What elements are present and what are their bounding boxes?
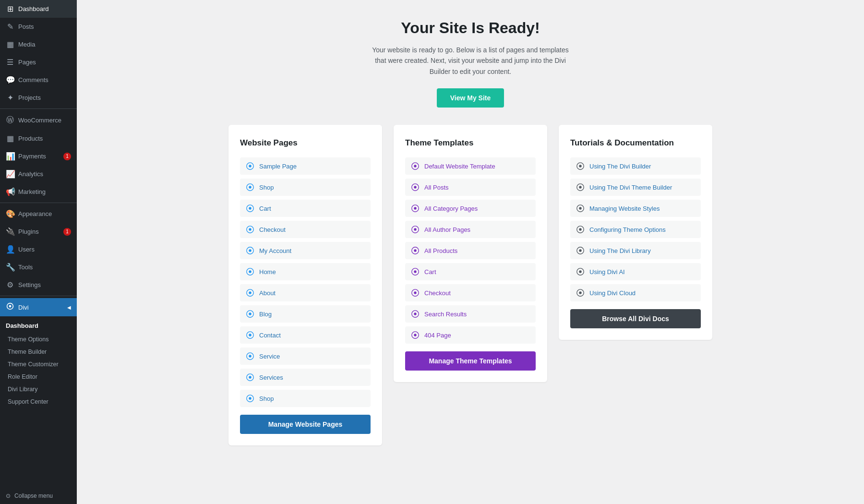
svg-point-57 <box>579 291 581 294</box>
divi-submenu-theme-options[interactable]: Theme Options <box>0 333 77 346</box>
sidebar-item-divi[interactable]: Divi ◀ <box>0 298 77 316</box>
tutorial-link-website-styles[interactable]: Managing Website Styles <box>570 200 701 217</box>
page-link-icon-about <box>246 288 254 297</box>
divi-submenu-divi-library[interactable]: Divi Library <box>0 383 77 396</box>
svg-point-39 <box>414 291 416 294</box>
sidebar-item-users[interactable]: 👤 Users <box>0 240 77 258</box>
template-link-404[interactable]: 404 Page <box>405 326 536 344</box>
svg-point-27 <box>414 165 416 167</box>
cards-row: Website Pages Sample Page Shop <box>91 125 850 445</box>
template-link-icon-products <box>411 246 420 255</box>
tutorial-icon-divi-library <box>576 246 585 255</box>
sidebar-divider-3 <box>0 296 77 296</box>
svg-point-53 <box>579 249 581 252</box>
collapse-label: Collapse menu <box>14 492 53 499</box>
users-icon: 👤 <box>6 245 14 254</box>
page-link-my-account[interactable]: My Account <box>240 242 371 259</box>
sidebar-item-analytics[interactable]: 📈 Analytics <box>0 165 77 183</box>
sidebar-label-payments: Payments <box>18 153 46 160</box>
sidebar-label-users: Users <box>18 246 35 253</box>
template-link-icon-404 <box>411 331 420 339</box>
page-link-about[interactable]: About <box>240 284 371 301</box>
tutorial-icon-website-styles <box>576 204 585 213</box>
sidebar-item-plugins[interactable]: 🔌 Plugins 1 <box>0 223 77 240</box>
sidebar-item-woocommerce[interactable]: Ⓦ WooCommerce <box>0 111 77 130</box>
sidebar-item-media[interactable]: ▦ Media <box>0 36 77 53</box>
collapse-menu-button[interactable]: ⊙ Collapse menu <box>0 488 77 504</box>
collapse-icon: ⊙ <box>6 492 11 499</box>
tutorial-icon-divi-builder <box>576 162 585 170</box>
tutorial-link-divi-ai[interactable]: Using Divi AI <box>570 263 701 280</box>
website-pages-title: Website Pages <box>240 138 371 148</box>
sidebar-item-dashboard[interactable]: ⊞ Dashboard <box>0 0 77 18</box>
page-link-shop2[interactable]: Shop <box>240 390 371 407</box>
tutorials-card: Tutorials & Documentation Using The Divi… <box>559 125 712 340</box>
main-content: Your Site Is Ready! Your website is read… <box>77 0 864 504</box>
sidebar-item-products[interactable]: ▦ Products <box>0 130 77 147</box>
hero-description: Your website is ready to go. Below is a … <box>370 45 571 77</box>
projects-icon: ✦ <box>6 93 14 102</box>
products-icon: ▦ <box>6 134 14 143</box>
tutorial-icon-theme-options <box>576 225 585 234</box>
payments-badge: 1 <box>63 153 71 160</box>
manage-theme-templates-button[interactable]: Manage Theme Templates <box>405 351 536 371</box>
sidebar-item-projects[interactable]: ✦ Projects <box>0 89 77 107</box>
divi-arrow: ◀ <box>67 305 71 310</box>
browse-all-docs-button[interactable]: Browse All Divi Docs <box>570 309 701 328</box>
template-link-all-author[interactable]: All Author Pages <box>405 221 536 238</box>
tutorial-link-divi-library[interactable]: Using The Divi Library <box>570 242 701 259</box>
tutorial-link-divi-cloud[interactable]: Using Divi Cloud <box>570 284 701 301</box>
sidebar-item-appearance[interactable]: 🎨 Appearance <box>0 205 77 223</box>
page-link-checkout[interactable]: Checkout <box>240 221 371 238</box>
svg-point-51 <box>579 228 581 230</box>
tutorial-link-divi-builder[interactable]: Using The Divi Builder <box>570 157 701 175</box>
view-my-site-button[interactable]: View My Site <box>437 88 504 108</box>
sidebar-item-pages[interactable]: ☰ Pages <box>0 53 77 71</box>
page-link-contact[interactable]: Contact <box>240 326 371 344</box>
hero-section: Your Site Is Ready! Your website is read… <box>91 19 850 108</box>
page-link-service[interactable]: Service <box>240 348 371 365</box>
page-link-shop[interactable]: Shop <box>240 179 371 196</box>
sidebar-item-marketing[interactable]: 📢 Marketing <box>0 183 77 201</box>
svg-point-11 <box>249 249 251 252</box>
template-link-search[interactable]: Search Results <box>405 305 536 323</box>
template-link-checkout[interactable]: Checkout <box>405 284 536 301</box>
sidebar-label-analytics: Analytics <box>18 170 43 178</box>
sidebar-item-settings[interactable]: ⚙ Settings <box>0 276 77 294</box>
sidebar-label-dashboard: Dashboard <box>18 5 49 12</box>
pages-icon: ☰ <box>6 58 14 67</box>
sidebar-item-tools[interactable]: 🔧 Tools <box>0 258 77 276</box>
template-link-cart[interactable]: Cart <box>405 263 536 280</box>
page-link-sample-page[interactable]: Sample Page <box>240 157 371 175</box>
manage-website-pages-button[interactable]: Manage Website Pages <box>240 415 371 434</box>
analytics-icon: 📈 <box>6 169 14 179</box>
sidebar-label-plugins: Plugins <box>18 228 39 235</box>
page-link-cart[interactable]: Cart <box>240 200 371 217</box>
tutorials-title: Tutorials & Documentation <box>570 138 701 148</box>
sidebar-item-payments[interactable]: 📊 Payments 1 <box>0 147 77 165</box>
template-link-all-posts[interactable]: All Posts <box>405 179 536 196</box>
divi-submenu-theme-builder[interactable]: Theme Builder <box>0 346 77 358</box>
divi-submenu-support-center[interactable]: Support Center <box>0 396 77 408</box>
page-link-blog[interactable]: Blog <box>240 305 371 323</box>
svg-point-17 <box>249 312 251 315</box>
svg-point-33 <box>414 228 416 230</box>
sidebar-divider-2 <box>0 203 77 203</box>
template-link-all-category[interactable]: All Category Pages <box>405 200 536 217</box>
template-link-all-products[interactable]: All Products <box>405 242 536 259</box>
sidebar-item-posts[interactable]: ✎ Posts <box>0 18 77 36</box>
tutorial-link-theme-options[interactable]: Configuring Theme Options <box>570 221 701 238</box>
svg-point-29 <box>414 186 416 188</box>
tutorial-link-theme-builder[interactable]: Using The Divi Theme Builder <box>570 179 701 196</box>
sidebar-item-comments[interactable]: 💬 Comments <box>0 71 77 89</box>
page-link-home[interactable]: Home <box>240 263 371 280</box>
theme-templates-card: Theme Templates Default Website Template… <box>394 125 547 382</box>
template-link-icon-all-posts <box>411 183 420 192</box>
page-link-services[interactable]: Services <box>240 369 371 386</box>
divi-submenu-role-editor[interactable]: Role Editor <box>0 371 77 383</box>
svg-point-25 <box>249 397 251 399</box>
sidebar-divider <box>0 108 77 109</box>
svg-point-31 <box>414 207 416 209</box>
template-link-default[interactable]: Default Website Template <box>405 157 536 175</box>
divi-submenu-theme-customizer[interactable]: Theme Customizer <box>0 358 77 371</box>
